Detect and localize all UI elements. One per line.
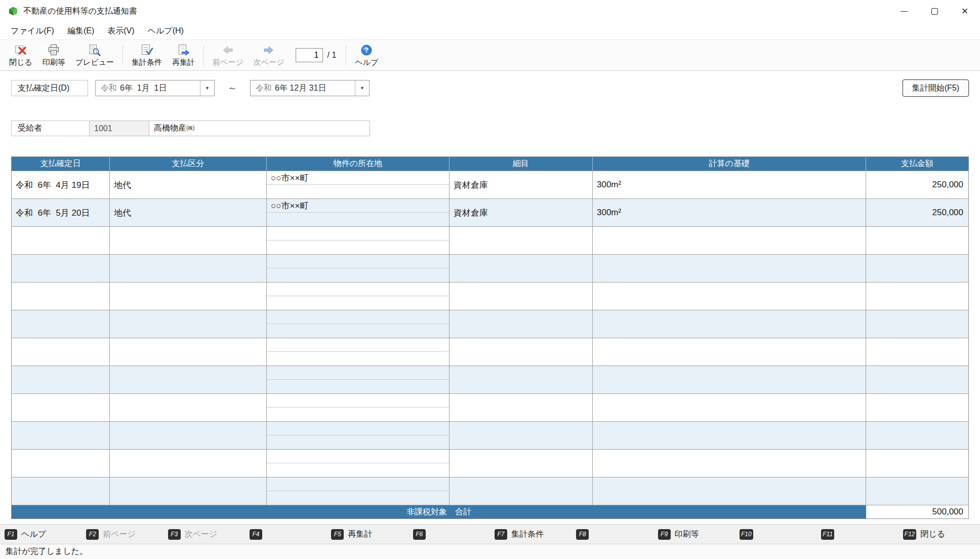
cell-payment-amount [866, 255, 968, 282]
cell-payment-date [12, 255, 110, 282]
column-header: 支払金額 [866, 157, 968, 171]
cell-property-address [267, 394, 450, 421]
cell-payment-category [110, 338, 267, 366]
table-row[interactable] [12, 226, 968, 254]
date-from-picker[interactable]: 令和6年 1月 1日 ▼ [95, 80, 215, 96]
cell-payment-category [110, 255, 267, 282]
minimize-button[interactable] [889, 0, 919, 22]
start-aggregation-button[interactable]: 集計開始(F5) [903, 79, 969, 97]
recipient-row: 受給者 1001 高橋物産㈱ [11, 121, 969, 136]
next-page-button: 次ページ [249, 41, 290, 70]
cell-payment-date [12, 366, 110, 393]
date-from-dropdown[interactable]: ▼ [200, 81, 214, 96]
table-row[interactable] [12, 449, 968, 477]
menu-item[interactable]: ファイル(F) [4, 23, 61, 39]
fkey-f9[interactable]: F9印刷等 [654, 525, 735, 544]
cell-payment-date [12, 422, 110, 449]
table-row[interactable] [12, 282, 968, 310]
aggregate-conditions-button[interactable]: 集計条件 [127, 41, 167, 70]
fkey-f11: F11 [816, 525, 898, 544]
fkey-f1[interactable]: F1ヘルプ [0, 525, 81, 544]
recalculate-button[interactable]: 再集計 [167, 41, 200, 70]
column-header: 支払区分 [110, 157, 267, 171]
date-to-picker[interactable]: 令和6年 12月 31日 ▼ [250, 80, 370, 96]
cell-payment-amount [866, 338, 968, 366]
print-button[interactable]: 印刷等 [37, 41, 70, 70]
help-button-label: ヘルプ [355, 58, 378, 67]
cell-calculation-basis [593, 422, 866, 449]
fkey-label: 再集計 [348, 529, 372, 540]
help-button[interactable]: ? ヘルプ [350, 41, 383, 70]
menu-item[interactable]: ヘルプ(H) [141, 23, 190, 39]
table-footer: 非課税対象 合計 500,000 [12, 505, 968, 518]
toolbar-separator [346, 45, 346, 65]
cell-property-address [267, 283, 450, 310]
cell-payment-amount [866, 227, 968, 254]
close-button[interactable]: 閉じる [4, 41, 37, 70]
close-window-icon: × [962, 6, 968, 17]
prev-page-label: 前ページ [213, 58, 243, 67]
preview-button[interactable]: プレビュー [70, 41, 119, 70]
recipient-code-field[interactable]: 1001 [89, 121, 149, 136]
cell-detail [450, 310, 593, 338]
cell-detail [450, 394, 593, 421]
cell-payment-amount [866, 477, 968, 505]
fkey-f5[interactable]: F5再集計 [326, 525, 408, 544]
recalculate-icon [177, 44, 190, 57]
footer-total-amount: 500,000 [866, 505, 968, 518]
printer-icon [47, 44, 60, 57]
table-row[interactable] [12, 393, 968, 421]
address-line-2 [267, 380, 449, 393]
menu-item[interactable]: 編集(E) [61, 23, 101, 39]
table-row[interactable]: 令和 6年 4月 19日地代○○市××町資材倉庫300m²250,000 [12, 171, 968, 198]
menu-item[interactable]: 表示(V) [101, 23, 141, 39]
maximize-icon [931, 8, 938, 15]
fkey-f3[interactable]: F3次ページ [164, 525, 245, 544]
fkey-label: 前ページ [103, 529, 136, 540]
table-row[interactable] [12, 366, 968, 393]
fkey-f2[interactable]: F2前ページ [81, 525, 163, 544]
cell-property-address [267, 477, 450, 505]
titlebar: 不動産の使用料等の支払通知書 × [0, 0, 980, 22]
table-row[interactable] [12, 310, 968, 338]
fkey-badge: F11 [821, 529, 834, 540]
cell-payment-category [110, 394, 267, 421]
cell-detail [450, 366, 593, 393]
cell-detail [450, 338, 593, 366]
cell-calculation-basis: 300m² [593, 171, 866, 198]
cell-property-address: ○○市××町 [267, 199, 450, 226]
cell-calculation-basis [593, 450, 866, 477]
cell-property-address [267, 450, 450, 477]
cell-payment-amount [866, 310, 968, 338]
address-line-1 [267, 310, 449, 324]
table-row[interactable] [12, 477, 968, 505]
fkey-f6: F6 [409, 525, 490, 544]
cell-payment-date: 令和 6年 4月 19日 [12, 171, 110, 198]
page-navigation: / 1 [290, 41, 343, 70]
table-row[interactable] [12, 338, 968, 366]
close-window-button[interactable]: × [950, 0, 980, 22]
print-button-label: 印刷等 [43, 58, 65, 67]
fkey-f7[interactable]: F7集計条件 [490, 525, 571, 544]
address-line-2 [267, 463, 449, 477]
page-number-input[interactable] [296, 48, 323, 62]
address-line-1 [267, 394, 449, 408]
cell-property-address [267, 310, 450, 338]
address-line-2 [267, 324, 449, 338]
table-row[interactable]: 令和 6年 5月 20日地代○○市××町資材倉庫300m²250,000 [12, 198, 968, 226]
fkey-badge: F9 [658, 529, 671, 540]
cell-payment-date [12, 450, 110, 477]
cell-calculation-basis [593, 338, 866, 366]
toolbar: 閉じる 印刷等 プレビュー [0, 39, 980, 71]
fkey-badge: F10 [740, 529, 753, 540]
date-to-dropdown[interactable]: ▼ [355, 81, 369, 96]
cell-payment-amount [866, 283, 968, 310]
recipient-name-field[interactable]: 高橋物産㈱ [149, 121, 370, 136]
window-title: 不動産の使用料等の支払通知書 [23, 6, 137, 17]
address-line-1 [267, 422, 449, 435]
table-row[interactable] [12, 421, 968, 449]
fkey-f12[interactable]: F12閉じる [899, 525, 980, 544]
maximize-button[interactable] [919, 0, 950, 22]
cell-detail: 資材倉庫 [450, 199, 593, 226]
table-row[interactable] [12, 254, 968, 282]
